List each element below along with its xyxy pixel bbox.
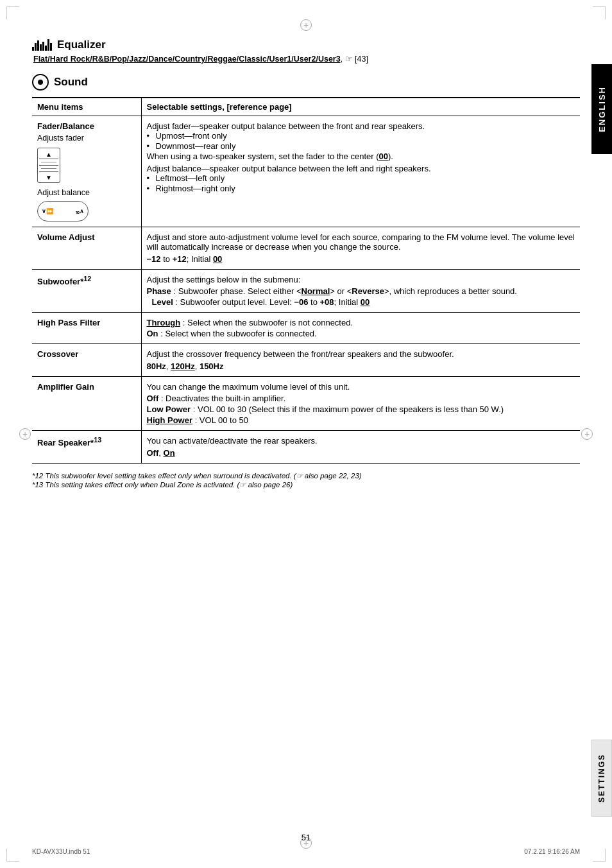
hpf-through: Through : Select when the subwoofer is n… [147, 318, 575, 327]
menu-cell-hpf: High Pass Filter [32, 313, 141, 344]
xo-120: 120Hz [171, 361, 195, 371]
fader-label: Fader/Balance [37, 121, 136, 131]
fader-vertical-control: ▲ ▼ [37, 148, 60, 183]
rear-off: Off [147, 448, 159, 458]
subwoofer-level-label: Level [152, 297, 173, 307]
subwoofer-label: Subwoofer*12 [37, 275, 136, 286]
footer-left: KD-AVX33U.indb 51 [32, 848, 90, 855]
hpf-through-label: Through [147, 318, 181, 327]
table-row: Crossover Adjust the crossover frequency… [32, 344, 580, 377]
reg-mark-top [300, 19, 312, 31]
fader-line5 [39, 171, 59, 172]
volume-desc-2: −12 to +12; Initial 00 [147, 254, 575, 264]
fader-sub1: Adjusts fader [37, 134, 136, 143]
eq-bar-6 [45, 46, 47, 51]
eq-bar-8 [50, 43, 52, 51]
eq-bar-1 [32, 47, 34, 51]
col-menu-header: Menu items [32, 98, 141, 116]
amp-high: High Power : VOL 00 to 50 [147, 415, 575, 425]
fader-desc-1: Adjust fader—speaker output balance betw… [147, 121, 425, 131]
main-content: Equalizer Flat/Hard Rock/R&B/Pop/Jazz/Da… [32, 0, 580, 489]
table-row: Volume Adjust Adjust and store auto-adju… [32, 227, 580, 270]
hpf-on: On : Select when the subwoofer is connec… [147, 329, 575, 338]
menu-cell-rear: Rear Speaker*13 [32, 431, 141, 464]
equalizer-subtitle: Flat/Hard Rock/R&B/Pop/Jazz/Dance/Countr… [33, 54, 580, 64]
menu-cell-fader: Fader/Balance Adjusts fader ▲ [32, 116, 141, 227]
table-row: Subwoofer*12 Adjust the settings below i… [32, 270, 580, 313]
equalizer-section: Equalizer Flat/Hard Rock/R&B/Pop/Jazz/Da… [32, 39, 580, 64]
xo-80: 80Hz [147, 361, 166, 371]
volume-range-max: +12 [173, 254, 187, 264]
footer-right: 07.2.21 9:16:26 AM [524, 848, 580, 855]
fader-line [39, 159, 59, 159]
xo-150: 150Hz [200, 361, 224, 371]
level-min: −06 [294, 297, 308, 307]
table-row: Fader/Balance Adjusts fader ▲ [32, 116, 580, 227]
phase-reverse: Reverse [352, 286, 384, 296]
fader-h-left: ∨⏩ [42, 208, 53, 214]
list-item: Downmost—rear only [147, 141, 575, 151]
level-max: +08 [320, 297, 334, 307]
amp-desc-1: You can change the maximum volume level … [147, 382, 575, 392]
settings-tab: SETTINGS [591, 740, 612, 817]
amp-label: Amplifier Gain [37, 382, 136, 392]
table-row: Amplifier Gain You can change the maximu… [32, 377, 580, 431]
corner-mark-tr [593, 6, 606, 19]
volume-label: Volume Adjust [37, 232, 136, 242]
footnotes: *12 This subwoofer level setting takes e… [32, 471, 580, 489]
fader-desc-3: Adjust balance—speaker output balance be… [147, 164, 575, 173]
balance-bullet-list: Leftmost—left only Rightmost—right only [147, 173, 575, 193]
settings-cell-subwoofer: Adjust the settings below in the submenu… [141, 270, 580, 313]
settings-cell-amp: You can change the maximum volume level … [141, 377, 580, 431]
eq-bar-3 [37, 40, 39, 51]
crossover-values: 80Hz, 120Hz, 150Hz [147, 361, 575, 371]
footnote-13: *13 This setting takes effect only when … [32, 480, 580, 489]
eq-bar-4 [40, 44, 42, 51]
reg-mark-left [19, 428, 31, 440]
settings-cell-crossover: Adjust the crossover frequency between t… [141, 344, 580, 377]
subwoofer-level: Level : Subwoofer output level. Level: −… [147, 297, 575, 307]
menu-cell-subwoofer: Subwoofer*12 [32, 270, 141, 313]
hpf-on-label: On [147, 329, 158, 338]
sound-section: Sound Menu items Selectable settings, [r… [32, 74, 580, 489]
phase-normal: Normal [302, 286, 330, 296]
settings-cell-volume: Adjust and store auto-adjustment volume … [141, 227, 580, 270]
subwoofer-desc-1: Adjust the settings below in the submenu… [147, 275, 575, 284]
fader-horizontal-control: ∨⏩ ⏨∧ [37, 201, 89, 221]
footnote-12: *12 This subwoofer level setting takes e… [32, 471, 580, 480]
fader-down-arrow: ▼ [46, 174, 52, 181]
english-tab: ENGLISH [591, 64, 612, 154]
crossover-desc: Adjust the crossover frequency between t… [147, 349, 575, 359]
settings-cell-hpf: Through : Select when the subwoofer is n… [141, 313, 580, 344]
rear-desc: You can activate/deactivate the rear spe… [147, 436, 575, 446]
amp-low-label: Low Power [147, 404, 191, 414]
subwoofer-phase: Phase : Subwoofer phase. Select either <… [147, 286, 575, 296]
table-row: Rear Speaker*13 You can activate/deactiv… [32, 431, 580, 464]
amp-off: Off : Deactivates the built-in amplifier… [147, 394, 575, 403]
fader-up-arrow: ▲ [46, 151, 52, 158]
fader-line4 [41, 168, 56, 169]
settings-table: Menu items Selectable settings, [referen… [32, 97, 580, 464]
fader-sub2: Adjust balance [37, 188, 136, 197]
page-number: 51 [302, 833, 310, 842]
reg-mark-right [581, 428, 593, 440]
sound-title: Sound [54, 76, 88, 89]
corner-mark-bl [6, 849, 19, 862]
equalizer-header: Equalizer [32, 39, 580, 51]
sound-icon [32, 74, 49, 91]
level-initial: 00 [361, 297, 370, 307]
volume-initial: 00 [213, 254, 222, 264]
volume-desc-1: Adjust and store auto-adjustment volume … [147, 232, 575, 252]
equalizer-subtitle-underline: Flat/Hard Rock/R&B/Pop/Jazz/Dance/Countr… [33, 55, 341, 64]
rear-on: On [164, 448, 175, 458]
amp-off-label: Off [147, 394, 159, 403]
amp-high-label: High Power [147, 415, 193, 425]
list-item: Upmost—front only [147, 131, 575, 141]
col-settings-header: Selectable settings, [reference page] [141, 98, 580, 116]
settings-cell-fader: Adjust fader—speaker output balance betw… [141, 116, 580, 227]
sound-header: Sound [32, 74, 580, 91]
equalizer-icon [32, 39, 52, 51]
fader-h-right: ⏨∧ [76, 208, 84, 214]
list-item: Rightmost—right only [147, 184, 575, 193]
eq-bar-5 [42, 42, 44, 51]
